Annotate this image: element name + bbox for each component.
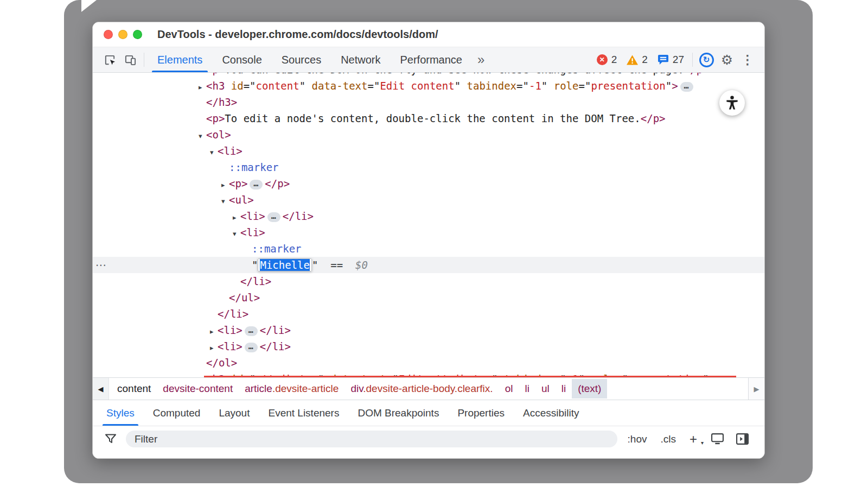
dom-tree-node[interactable]: </ul>: [93, 289, 764, 306]
breadcrumb-scroll-left-icon[interactable]: ◀: [93, 378, 109, 400]
code-token: <li>: [218, 145, 242, 157]
breadcrumb-item-li2[interactable]: li: [556, 379, 572, 399]
breadcrumb-item-article[interactable]: article.devsite-article: [239, 379, 344, 399]
window-titlebar: DevTools - developer.chrome.com/docs/dev…: [93, 22, 764, 47]
dom-tree-node[interactable]: ▸<li>…</li>: [93, 208, 764, 224]
code-token: id: [231, 80, 244, 92]
code-token: </p>: [265, 178, 290, 189]
expand-arrow-icon[interactable]: ▸: [210, 340, 218, 356]
breadcrumb-item-li[interactable]: li: [519, 379, 535, 399]
tab-elements[interactable]: Elements: [148, 47, 212, 72]
tab-performance[interactable]: Performance: [391, 47, 473, 72]
code-token: ": [252, 259, 258, 271]
tab-styles[interactable]: Styles: [97, 400, 144, 426]
code-token: presentation: [591, 80, 665, 92]
dom-tree-node[interactable]: <p>You can edit the DOM on the fly and s…: [93, 73, 764, 78]
new-style-rule-button[interactable]: + ▾: [686, 432, 701, 447]
collapsed-children-pill[interactable]: …: [245, 343, 258, 352]
breadcrumb-item-devsite-content[interactable]: devsite-content: [157, 379, 239, 399]
collapse-arrow-icon[interactable]: ▾: [199, 128, 206, 144]
dom-tree-node[interactable]: </li>: [93, 273, 764, 289]
expand-arrow-icon[interactable]: ▸: [210, 324, 218, 340]
dom-tree-node[interactable]: ▸<p>…</p>: [93, 175, 764, 192]
issues-badge[interactable]: 27: [653, 47, 689, 72]
dom-tree-node[interactable]: ▸<li>…</li>: [93, 322, 764, 338]
collapse-arrow-icon[interactable]: ▾: [210, 144, 218, 161]
window-title: DevTools - developer.chrome.com/docs/dev…: [157, 28, 438, 41]
breadcrumb-item-ol[interactable]: ol: [499, 379, 519, 399]
rendering-emulation-button[interactable]: [709, 433, 726, 445]
window-bottom-padding: [93, 452, 764, 458]
main-menu-button[interactable]: ⋮: [737, 47, 758, 72]
tab-computed[interactable]: Computed: [144, 400, 210, 426]
tab-console[interactable]: Console: [212, 47, 271, 72]
toggle-element-state-button[interactable]: :hov: [624, 433, 650, 445]
collapsed-children-pill[interactable]: …: [267, 212, 280, 222]
warning-count-badge[interactable]: 2: [622, 47, 653, 72]
dom-tree-node[interactable]: ▾<ol>: [93, 127, 764, 143]
expand-arrow-icon[interactable]: ▸: [221, 177, 229, 193]
breadcrumb-scroll-right-icon[interactable]: ▶: [748, 378, 764, 400]
breadcrumb-item-text-selected[interactable]: (text): [572, 379, 607, 399]
dom-tree-node[interactable]: ▸<h3 id="content" data-text="Edit conten…: [93, 78, 764, 94]
tab-layout[interactable]: Layout: [209, 400, 259, 426]
dom-tree-node[interactable]: <p>To edit a node's content, double-clic…: [93, 110, 764, 127]
code-token: [343, 259, 355, 271]
code-token: </h3>: [206, 96, 237, 108]
tab-properties[interactable]: Properties: [448, 400, 514, 426]
close-window-button[interactable]: [104, 30, 113, 39]
gutter-overflow-dots-icon[interactable]: ⋯: [95, 257, 107, 273]
dom-tree-node[interactable]: </ol>: [93, 355, 764, 371]
tab-network[interactable]: Network: [331, 47, 390, 72]
breadcrumb-item-div[interactable]: div.devsite-article-body.clearfix.: [344, 379, 499, 399]
dom-tree-node[interactable]: ::marker: [93, 159, 764, 175]
styles-filter-bar: :hov .cls + ▾: [93, 426, 764, 452]
collapse-arrow-icon[interactable]: ▾: [221, 193, 229, 210]
minimize-window-button[interactable]: [118, 30, 127, 39]
expand-arrow-icon[interactable]: ▸: [199, 79, 206, 96]
dom-tree-node[interactable]: </h3>: [93, 94, 764, 110]
node-text-edit-box[interactable]: Michelle: [258, 258, 312, 271]
accessibility-overlay-button[interactable]: [719, 90, 745, 116]
element-classes-button[interactable]: .cls: [657, 433, 679, 445]
expand-arrow-icon[interactable]: ▸: [233, 210, 240, 226]
dom-tree: <p>You can edit the DOM on the fly and s…: [93, 73, 764, 377]
error-count-badge[interactable]: ✕ 2: [592, 47, 622, 72]
tab-accessibility[interactable]: Accessibility: [514, 400, 588, 426]
toolbar-spacer: [490, 47, 591, 72]
toggle-device-toolbar-button[interactable]: [120, 47, 141, 72]
issues-icon: [658, 54, 669, 65]
collapse-arrow-icon[interactable]: ▾: [233, 226, 240, 242]
code-token: $0: [355, 259, 368, 271]
dom-tree-selected-node[interactable]: ⋯"Michelle" == $0: [93, 257, 764, 273]
breadcrumb-text: li: [525, 383, 529, 394]
dom-tree-node[interactable]: ::marker: [93, 241, 764, 257]
dom-tree-node[interactable]: ▾<li>: [93, 224, 764, 241]
code-token: </p>: [641, 112, 666, 124]
more-tabs-icon[interactable]: »: [472, 47, 490, 72]
code-token: [225, 80, 231, 92]
dom-tree-node[interactable]: ▸<li>…</li>: [93, 338, 764, 355]
zoom-window-button[interactable]: [133, 30, 142, 39]
code-token: </li>: [240, 275, 271, 287]
code-token: <p>: [206, 73, 225, 75]
dom-tree-node[interactable]: ▾<li>: [93, 143, 764, 159]
code-token: </ol>: [206, 357, 237, 369]
device-toolbar-icon: [124, 54, 137, 66]
dom-tree-node[interactable]: </li>: [93, 306, 764, 322]
inspect-element-button[interactable]: [99, 47, 120, 72]
breadcrumb-item-ul[interactable]: ul: [535, 379, 556, 399]
sync-button[interactable]: ↻: [696, 47, 717, 72]
tab-sources[interactable]: Sources: [272, 47, 331, 72]
tab-dom-breakpoints[interactable]: DOM Breakpoints: [348, 400, 448, 426]
styles-filter-input[interactable]: [126, 431, 617, 447]
dock-sidebar-button[interactable]: [733, 433, 751, 445]
tab-event-listeners[interactable]: Event Listeners: [259, 400, 348, 426]
breadcrumb-item-content[interactable]: content: [111, 379, 157, 399]
collapsed-children-pill[interactable]: …: [680, 82, 693, 92]
dom-tree-node[interactable]: ▾<ul>: [93, 192, 764, 208]
collapsed-children-pill[interactable]: …: [245, 326, 258, 336]
collapsed-children-pill[interactable]: …: [250, 180, 263, 189]
settings-button[interactable]: ⚙: [717, 47, 737, 72]
breadcrumb-text: ul: [541, 383, 550, 394]
